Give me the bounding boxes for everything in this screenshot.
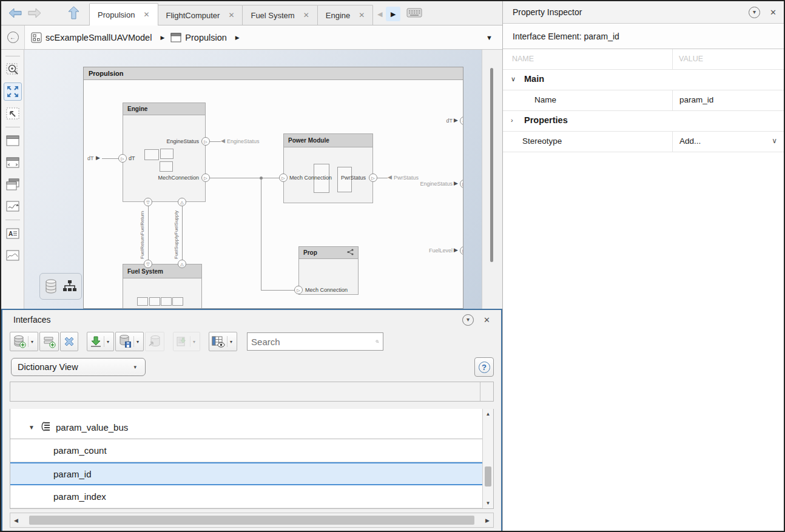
scroll-right-icon[interactable]: ▶ — [485, 517, 490, 524]
expander-icon[interactable]: ▼ — [29, 424, 37, 431]
add-element-button[interactable] — [39, 332, 59, 351]
panel-menu-icon[interactable]: ▾ — [749, 7, 760, 18]
breadcrumb-back-button[interactable]: ← — [1, 25, 25, 49]
dropdown-arrow-icon[interactable]: ▾ — [227, 336, 235, 347]
dropdown-arrow-icon[interactable]: ▾ — [28, 336, 36, 347]
engine-port-mech[interactable]: ▷ — [201, 173, 210, 182]
tab-close-icon[interactable]: ✕ — [143, 10, 149, 19]
tab-engine[interactable]: Engine ✕ — [317, 5, 374, 25]
navigate-back-button[interactable] — [8, 1, 22, 25]
delete-button[interactable] — [60, 332, 78, 351]
tab-propulsion[interactable]: Propulsion ✕ — [89, 3, 158, 25]
section-main[interactable]: ∨ Main — [503, 70, 785, 90]
add-image-button[interactable] — [4, 246, 22, 264]
scrollbar-thumb[interactable] — [485, 466, 491, 487]
add-reference-component-button[interactable] — [4, 175, 22, 194]
panel-close-icon[interactable]: ✕ — [770, 8, 777, 17]
add-annotation-button[interactable]: A — [4, 224, 22, 243]
import-button[interactable]: ▾ — [87, 332, 114, 351]
tree-row-param-index[interactable]: param_index — [10, 485, 482, 508]
tab-scroll-left-button[interactable]: ◀ — [375, 7, 385, 21]
zoom-to-selection-button[interactable] — [4, 61, 22, 79]
view-selector-label: Dictionary View — [18, 362, 78, 372]
search-input[interactable] — [248, 337, 376, 347]
column-visibility-button[interactable]: ▾ — [209, 332, 237, 351]
tab-fuel-system[interactable]: Fuel System ✕ — [242, 5, 317, 25]
fit-to-view-button[interactable] — [4, 82, 22, 101]
interfaces-panel: Interfaces ▾ ✕ ▾ — [1, 309, 502, 532]
tree-row-param-count[interactable]: param_count — [10, 439, 482, 462]
search-icon[interactable] — [376, 335, 379, 348]
edge-port-dt[interactable]: ◁ — [460, 116, 463, 125]
engine-port-enginestatus[interactable]: ▷ — [201, 137, 210, 146]
scroll-up-icon[interactable]: ▲ — [483, 411, 493, 417]
add-interface-button[interactable]: ▾ — [10, 332, 38, 351]
scrollbar-thumb[interactable] — [29, 516, 474, 525]
tree-horizontal-scrollbar[interactable]: ◀ ▶ — [10, 513, 494, 528]
engine-port-dt[interactable]: ▷ — [118, 154, 127, 163]
edge-port-fuellevel[interactable]: ▷ — [460, 246, 463, 255]
view-mode-badge[interactable] — [39, 273, 82, 300]
tab-close-icon[interactable]: ✕ — [228, 11, 234, 19]
section-properties[interactable]: › Properties — [503, 111, 785, 132]
tab-scroll-right-button[interactable]: ▶ — [386, 7, 400, 21]
view-selector[interactable]: Dictionary View ▾ — [11, 358, 146, 376]
toolbar-divider — [5, 127, 20, 127]
engine-port-fuelsupply[interactable]: △ — [178, 198, 186, 206]
edge-port-enginestatus[interactable]: ▷ — [460, 180, 463, 188]
keyboard-shortcuts-button[interactable] — [406, 8, 422, 20]
back-arrow-icon — [8, 8, 22, 18]
power-module-port-mech[interactable]: ▷ — [279, 173, 288, 182]
generate-button[interactable]: ▾ — [173, 332, 200, 351]
section-expanded-icon[interactable]: ∨ — [511, 75, 516, 83]
tab-close-icon[interactable]: ✕ — [359, 11, 365, 19]
tab-close-icon[interactable]: ✕ — [303, 11, 309, 19]
tree-row-param-id[interactable]: param_id — [10, 462, 482, 485]
edge-port-label-fuellevel: FuelLevel — [411, 247, 453, 254]
breadcrumb-dropdown-icon[interactable]: ▼ — [486, 34, 493, 41]
panel-close-icon[interactable]: ✕ — [483, 315, 490, 325]
section-collapsed-icon[interactable]: › — [511, 116, 513, 124]
scroll-down-icon[interactable]: ▼ — [483, 500, 493, 506]
save-dictionary-button[interactable]: ▾ — [115, 332, 144, 351]
property-row-stereotype[interactable]: Stereotype Add... ∨ — [503, 132, 785, 152]
column-value-label: VALUE — [679, 55, 703, 63]
stereotype-dropdown-icon[interactable]: ∨ — [772, 136, 777, 145]
link-dictionary-button[interactable] — [145, 332, 164, 351]
fuel-system-port-fuelreturn[interactable]: ▽ — [144, 260, 152, 268]
property-name-value[interactable]: param_id — [679, 95, 713, 104]
component-icon — [5, 135, 20, 147]
dropdown-arrow-icon[interactable]: ▾ — [133, 336, 141, 347]
prop-port-mech[interactable]: ▷ — [294, 286, 303, 294]
engine-port-fuelreturn[interactable]: ▽ — [144, 198, 152, 206]
port-out-icon: ▷ — [371, 176, 374, 180]
dropdown-arrow-icon[interactable]: ▾ — [190, 336, 198, 347]
tab-flightcomputer[interactable]: FlightComputer ✕ — [158, 5, 243, 25]
tree-row-param-value-bus[interactable]: ▼ param_value_bus — [10, 416, 482, 439]
breadcrumb-current[interactable]: Propulsion ▶ — [170, 33, 239, 42]
panel-menu-icon[interactable]: ▾ — [462, 314, 474, 326]
navigate-up-button[interactable] — [68, 1, 79, 25]
dropdown-arrow-icon: ▾ — [133, 364, 136, 370]
navigate-forward-button[interactable] — [28, 1, 41, 25]
propulsion-container-block[interactable]: Propulsion Engine EngineStatus dT MechCo… — [83, 67, 463, 309]
toolbar-divider — [5, 56, 20, 56]
property-row-name[interactable]: Name param_id — [503, 90, 785, 111]
tree-vertical-scrollbar[interactable]: ▲ ▼ — [482, 409, 493, 508]
breadcrumb-model[interactable]: scExampleSmallUAVModel ▶ — [31, 32, 164, 43]
hierarchy-tree-icon — [62, 280, 77, 293]
scrollbar-thumb[interactable] — [490, 68, 493, 262]
add-signal-component-button[interactable] — [4, 197, 22, 215]
scroll-left-icon[interactable]: ◀ — [14, 517, 18, 524]
add-component-button[interactable] — [4, 132, 22, 150]
fuel-system-port-fuelsupply[interactable]: △ — [178, 260, 186, 268]
power-module-port-pwr[interactable]: ▷ — [369, 173, 377, 182]
canvas-vertical-scrollbar[interactable] — [482, 50, 501, 309]
diagram-canvas[interactable]: Propulsion Engine EngineStatus dT MechCo… — [24, 50, 482, 309]
add-variant-component-button[interactable] — [4, 153, 22, 172]
select-region-button[interactable] — [4, 104, 22, 123]
help-button[interactable]: ? — [474, 357, 494, 377]
stereotype-value-dropdown[interactable]: Add... — [679, 136, 701, 146]
dropdown-arrow-icon[interactable]: ▾ — [104, 336, 112, 347]
fuelreturn-pipe-label: FuelReturnFuelReturn — [140, 208, 145, 259]
